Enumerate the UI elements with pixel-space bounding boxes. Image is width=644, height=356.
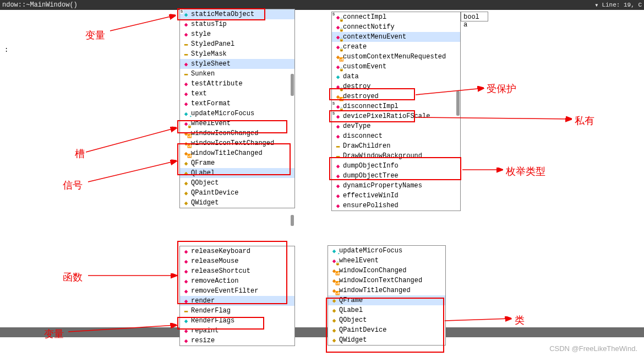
completion-item[interactable]: ◆text — [180, 89, 294, 99]
prot-icon: ◆🔒 — [333, 23, 343, 31]
completion-item[interactable]: ◆📶windowIconChanged — [180, 128, 294, 138]
completion-item[interactable]: ◆dynamicPropertyNames — [332, 181, 460, 191]
completion-item[interactable]: ◆▸updateMicroFocus — [180, 109, 294, 118]
completion-label: destroy — [343, 83, 370, 90]
completion-item[interactable]: ◆dumpObjectTree — [332, 171, 460, 181]
completion-item[interactable]: ◆QObject — [180, 178, 294, 188]
completion-item[interactable]: ◆🔒contextMenuEvent — [332, 32, 460, 42]
completion-item[interactable]: ◆QLabel — [328, 305, 445, 315]
completion-popup-b[interactable]: ◆releaseKeyboard◆releaseMouse◆releaseSho… — [179, 246, 295, 346]
completion-item[interactable]: ◆QWidget — [328, 335, 445, 345]
completion-item[interactable]: ◆data — [332, 72, 460, 82]
completion-item[interactable]: ◆releaseShortcut — [180, 266, 294, 276]
fn-icon: ◆ — [181, 30, 191, 38]
completion-item[interactable]: ◆effectiveWinId — [332, 191, 460, 201]
completion-item[interactable]: ◆SdevicePixelRatioFScale — [332, 111, 460, 121]
enum-icon: ▬ — [333, 152, 343, 160]
scrollbar-a[interactable] — [291, 74, 294, 96]
completion-popup-c[interactable]: ◆S🔒connectImpl◆🔒connectNotify◆🔒contextMe… — [331, 12, 461, 211]
var-icon: ◆S — [181, 10, 191, 18]
completion-popup-d[interactable]: ◆▸updateMicroFocus◆🔒wheelEvent◆📶windowIc… — [328, 245, 446, 346]
completion-item[interactable]: ▬RenderFlag — [180, 306, 294, 316]
completion-label: QWidget — [191, 199, 219, 207]
completion-item[interactable]: ◆textFormat — [180, 99, 294, 109]
completion-label: styleSheet — [191, 60, 231, 68]
label-protected: 受保护 — [487, 82, 516, 95]
fn-icon: ◆ — [181, 257, 191, 265]
completion-popup-a[interactable]: ◆SstaticMetaObject◆statusTip◆style▬Style… — [179, 9, 295, 208]
class-icon: ◆ — [329, 316, 339, 324]
completion-item[interactable]: ◆resize — [180, 336, 294, 346]
completion-item[interactable]: ◆devType — [332, 121, 460, 131]
completion-label: Sunken — [191, 70, 215, 78]
completion-label: RenderFlags — [191, 317, 234, 325]
completion-item[interactable]: ◆📶customContextMenuRequested — [332, 52, 460, 62]
completion-item[interactable]: ◆render — [180, 296, 294, 306]
completion-item[interactable]: ◆🔒wheelEvent — [180, 118, 294, 128]
completion-item[interactable]: ◆releaseKeyboard — [180, 246, 294, 256]
completion-item[interactable]: ◆disconnect — [332, 131, 460, 141]
completion-item[interactable]: ◆📶windowIconChanged — [328, 266, 445, 276]
completion-item[interactable]: ◆SstaticMetaObject — [180, 9, 294, 19]
completion-item[interactable]: ◆QObject — [328, 315, 445, 325]
completion-item[interactable]: ◆ensurePolished — [332, 201, 460, 211]
enum-icon: ▬ — [181, 70, 191, 78]
completion-item[interactable]: ◆QPaintDevice — [180, 188, 294, 198]
completion-item[interactable]: ◆📶windowTitleChanged — [328, 285, 445, 295]
fn-icon: ◆ — [181, 20, 191, 28]
completion-label: customEvent — [343, 63, 386, 71]
completion-label: windowIconTextChanged — [339, 277, 422, 284]
completion-item[interactable]: ◆dumpObjectInfo — [332, 161, 460, 171]
completion-item[interactable]: ◆RenderFlags — [180, 316, 294, 326]
completion-item[interactable]: ◆📶windowTitleChanged — [180, 148, 294, 158]
fn-icon: ◆ — [333, 182, 343, 190]
completion-item[interactable]: ◆repaint — [180, 326, 294, 336]
completion-item[interactable]: ◆QLabel — [180, 168, 294, 178]
completion-item[interactable]: ◆🔒connectNotify — [332, 22, 460, 32]
completion-item[interactable]: ◆🔒create — [332, 42, 460, 52]
completion-label: devicePixelRatioFScale — [343, 112, 430, 120]
completion-item[interactable]: ◆QPaintDevice — [328, 325, 445, 335]
completion-item[interactable]: ◆📶windowIconTextChanged — [328, 276, 445, 285]
completion-label: windowTitleChanged — [339, 287, 411, 294]
prot-icon: ◆🔒 — [329, 257, 339, 265]
completion-label: disconnectImpl — [343, 103, 399, 110]
minimize-icon[interactable]: ▾ — [591, 1, 602, 9]
completion-item[interactable]: ◆QFrame — [180, 158, 294, 168]
completion-label: render — [191, 297, 215, 305]
completion-item[interactable]: ◆🔒wheelEvent — [328, 256, 445, 266]
completion-item[interactable]: ◆🔒destroy — [332, 82, 460, 91]
label-slot: 槽 — [75, 147, 85, 160]
completion-label: destroyed — [343, 93, 379, 100]
label-class: 类 — [515, 314, 525, 327]
completion-item[interactable]: ▬StyledPanel — [180, 39, 294, 49]
completion-item[interactable]: ◆removeEventFilter — [180, 286, 294, 296]
scrollbar-a2[interactable] — [291, 215, 294, 226]
enum-icon: ▬ — [181, 40, 191, 48]
completion-item[interactable]: ◆removeAction — [180, 276, 294, 286]
completion-item[interactable]: ◆styleSheet — [180, 59, 294, 69]
completion-item[interactable]: ◆S🔒disconnectImpl — [332, 101, 460, 111]
class-icon: ◆ — [181, 169, 191, 177]
completion-item[interactable]: ◆statusTip — [180, 19, 294, 29]
completion-item[interactable]: ◆📶windowIconTextChanged — [180, 138, 294, 148]
completion-item[interactable]: ◆QFrame — [328, 295, 445, 305]
completion-label: staticMetaObject — [191, 10, 254, 18]
label-enum: 枚举类型 — [506, 165, 545, 178]
completion-item[interactable]: ◆releaseMouse — [180, 256, 294, 266]
slot-icon: ◆▸ — [181, 110, 191, 117]
completion-item[interactable]: ◆📶destroyed — [332, 91, 460, 101]
completion-item[interactable]: ◆▸updateMicroFocus — [328, 246, 445, 256]
completion-item[interactable]: ◆testAttribute — [180, 79, 294, 89]
scrollbar-c[interactable] — [456, 91, 460, 116]
priv-icon: ◆S🔒 — [333, 13, 343, 21]
completion-item[interactable]: ▬DrawChildren — [332, 141, 460, 151]
completion-item[interactable]: ◆style — [180, 29, 294, 39]
completion-item[interactable]: ▬DrawWindowBackground — [332, 151, 460, 161]
completion-item[interactable]: ◆QWidget — [180, 198, 294, 208]
completion-item[interactable]: ◆🔒customEvent — [332, 62, 460, 72]
completion-item[interactable]: ▬StyleMask — [180, 49, 294, 59]
completion-item[interactable]: ◆S🔒connectImpl — [332, 12, 460, 22]
completion-item[interactable]: ▬Sunken — [180, 69, 294, 79]
fn-icon: ◆ — [181, 267, 191, 275]
